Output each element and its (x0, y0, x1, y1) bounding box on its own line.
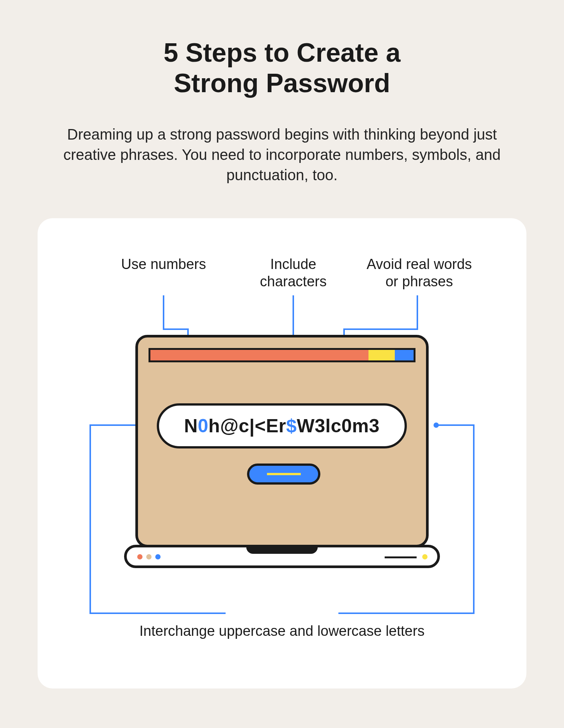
tab-segment-red (150, 350, 368, 360)
tip-interchange-case: Interchange uppercase and lowercase lett… (38, 623, 526, 640)
laptop-base (124, 545, 440, 568)
title-line-1: 5 Steps to Create a (164, 38, 400, 67)
laptop-notch (246, 545, 318, 554)
password-value: N0h@c|<Er$W3lc0m3 (184, 415, 379, 437)
tip-include-characters: Include characters (244, 256, 342, 290)
title-line-2: Strong Password (174, 68, 390, 98)
dot-red-icon (137, 554, 143, 559)
submit-button-icon (247, 464, 320, 485)
dot-blue-icon (155, 554, 161, 559)
password-field: N0h@c|<Er$W3lc0m3 (157, 403, 407, 448)
tip-use-numbers: Use numbers (115, 256, 212, 273)
tip-avoid-real-words: Avoid real words or phrases (359, 256, 479, 290)
traffic-light-dots (137, 554, 161, 559)
indicator-dot-icon (422, 554, 428, 559)
tab-segment-yellow (368, 350, 395, 360)
dot-tan-icon (146, 554, 152, 559)
browser-tab-bar (149, 348, 415, 362)
page-subtitle: Dreaming up a strong password begins wit… (56, 124, 508, 185)
laptop-screen: N0h@c|<Er$W3lc0m3 (135, 335, 429, 547)
base-slot-icon (385, 556, 417, 558)
page-title: 5 Steps to Create a Strong Password (0, 38, 564, 98)
tab-segment-blue (395, 350, 414, 360)
laptop-illustration: N0h@c|<Er$W3lc0m3 (124, 335, 440, 574)
illustration-card: Use numbers Include characters Avoid rea… (38, 218, 526, 688)
